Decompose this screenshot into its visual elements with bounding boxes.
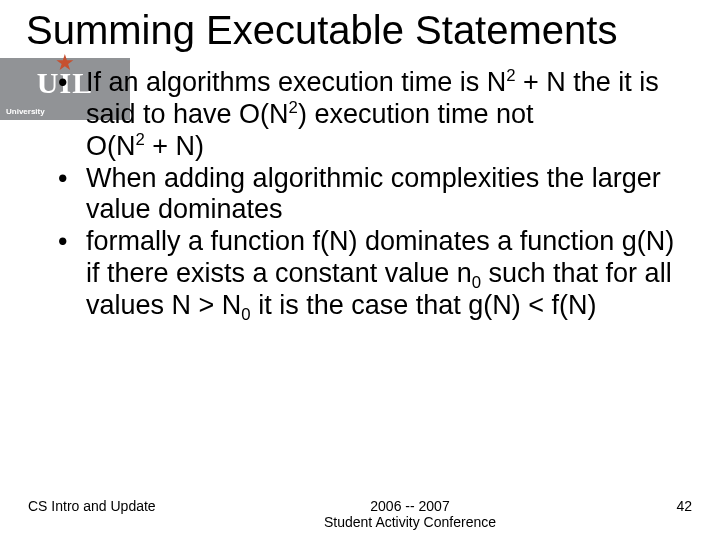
bullet-1: If an algorithms execution time is N2 + … [58, 67, 690, 163]
bullet-3: formally a function f(N) dominates a fun… [58, 226, 690, 322]
bullet-2: When adding algorithmic complexities the… [58, 163, 690, 227]
footer-left: CS Intro and Update [28, 498, 188, 514]
slide-footer: CS Intro and Update 2006 -- 2007 Student… [0, 498, 720, 530]
slide-body: If an algorithms execution time is N2 + … [0, 53, 720, 322]
slide-title: Summing Executable Statements [0, 0, 720, 53]
footer-center: 2006 -- 2007 Student Activity Conference [188, 498, 632, 530]
footer-page-number: 42 [632, 498, 692, 514]
